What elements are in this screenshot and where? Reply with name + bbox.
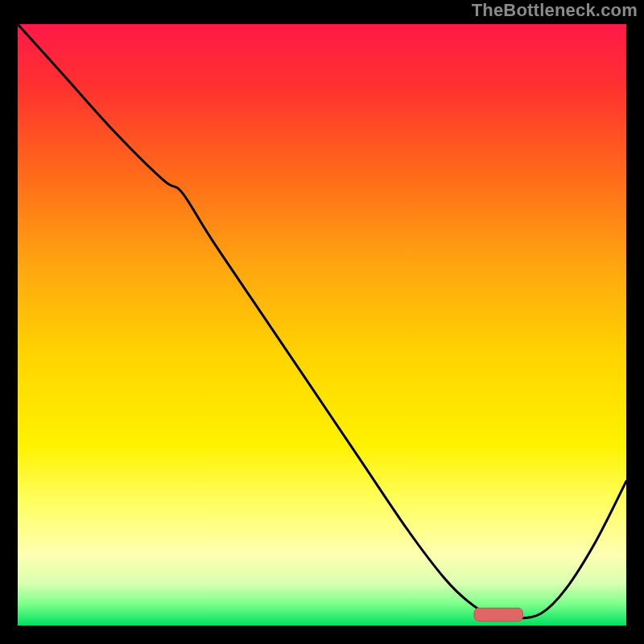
chart-svg <box>18 24 626 625</box>
watermark-text: TheBottleneck.com <box>472 0 638 21</box>
plot-area <box>18 24 626 625</box>
chart-stage: TheBottleneck.com <box>0 0 644 644</box>
gradient-background <box>18 24 626 625</box>
optimal-marker <box>474 608 522 621</box>
